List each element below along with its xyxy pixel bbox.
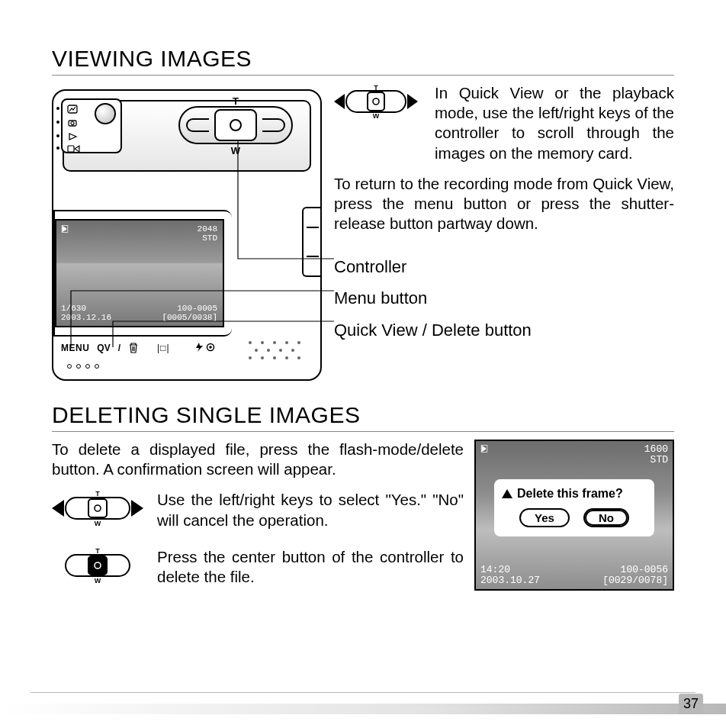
trash-icon: [128, 342, 139, 354]
label-controller: Controller: [334, 251, 674, 283]
svg-text:W: W: [95, 577, 101, 584]
svg-marker-20: [52, 500, 64, 517]
svg-rect-23: [88, 556, 107, 575]
lcd-dialog-shot: 1600 STD 14:20 2003.10.27 100-0056 [0029…: [474, 440, 674, 591]
svg-rect-16: [88, 499, 107, 517]
label-qv-delete: Quick View / Delete button: [334, 314, 674, 346]
svg-text:T: T: [374, 85, 378, 92]
qv-button-label: QV: [97, 343, 110, 353]
lcd-shutter: 1/630: [61, 304, 86, 313]
svg-text:W: W: [373, 112, 380, 118]
speaker-grille: [249, 341, 302, 361]
indicator-dots: [67, 364, 99, 369]
lcd2-count: [0029/0078]: [602, 575, 668, 586]
svg-point-2: [71, 122, 74, 125]
display-button-label: |□|: [157, 343, 169, 353]
deleting-step2: Press the center button of the controlle…: [157, 547, 464, 587]
flash-redeye-label: [194, 342, 216, 355]
menu-button-label: MENU: [61, 343, 89, 353]
label-menu-button: Menu button: [334, 282, 674, 314]
lcd2-time: 14:20: [480, 564, 510, 575]
lcd-playback-icon: [61, 224, 69, 236]
lcd-folderfile: 100-0005: [177, 304, 217, 313]
svg-text:W: W: [95, 520, 101, 527]
deleting-step1: Use the left/right keys to select "Yes."…: [157, 490, 464, 530]
camera-diagram: ♪ T W 2048 ST: [52, 83, 322, 381]
lcd-quality: STD: [198, 234, 217, 243]
lcd2-playback-icon: [480, 444, 488, 456]
lcd-res: 2048: [198, 224, 217, 234]
lcd2-date: 2003.10.27: [480, 575, 540, 586]
section-title-deleting: DELETING SINGLE IMAGES: [52, 402, 674, 432]
deleting-intro: To delete a displayed file, press the fl…: [52, 440, 464, 479]
lcd-main: 2048 STD 1/630 2003.12.16 100-0005 [0005…: [55, 219, 224, 327]
lcd2-res: 1600: [644, 444, 668, 455]
mini-controller-arrows-icon-2: T W: [52, 490, 143, 527]
zoom-t-label: T: [233, 95, 239, 107]
dialog-yes-button[interactable]: Yes: [519, 508, 570, 527]
mode-dial: ♪: [61, 98, 122, 153]
viewing-para1: In Quick View or the playback mode, use …: [435, 83, 674, 163]
viewing-para2: To return to the recording mode from Qui…: [334, 174, 674, 234]
svg-marker-21: [131, 500, 143, 517]
lcd2-quality: STD: [644, 455, 668, 465]
mini-controller-arrows-icon: T W: [334, 85, 418, 118]
svg-marker-13: [334, 94, 345, 109]
confirm-dialog: Delete this frame? Yes No: [494, 479, 654, 536]
svg-marker-14: [407, 94, 418, 109]
svg-text:T: T: [95, 490, 100, 498]
page-number: 37: [679, 694, 703, 714]
lcd2-folderfile: 100-0056: [621, 564, 668, 575]
svg-marker-3: [69, 134, 76, 140]
warning-icon: [502, 489, 512, 498]
controller-rocker-main: T W: [178, 106, 293, 144]
dialog-no-button[interactable]: No: [583, 508, 629, 527]
lcd-date: 2003.12.16: [61, 313, 111, 322]
svg-rect-9: [368, 92, 384, 111]
footer-bar: [0, 704, 726, 714]
section-title-viewing: VIEWING IMAGES: [52, 46, 674, 76]
slash: /: [118, 343, 120, 353]
side-pad: [302, 207, 322, 277]
confirm-dialog-text: Delete this frame?: [517, 487, 623, 501]
zoom-w-label: W: [231, 145, 240, 156]
svg-text:T: T: [95, 547, 100, 555]
footer-rule: [31, 692, 695, 693]
svg-rect-4: [68, 146, 74, 152]
lcd-count: [0005/0038]: [162, 313, 217, 322]
svg-point-7: [209, 346, 212, 349]
mini-controller-center-press-icon: T W: [52, 547, 143, 584]
